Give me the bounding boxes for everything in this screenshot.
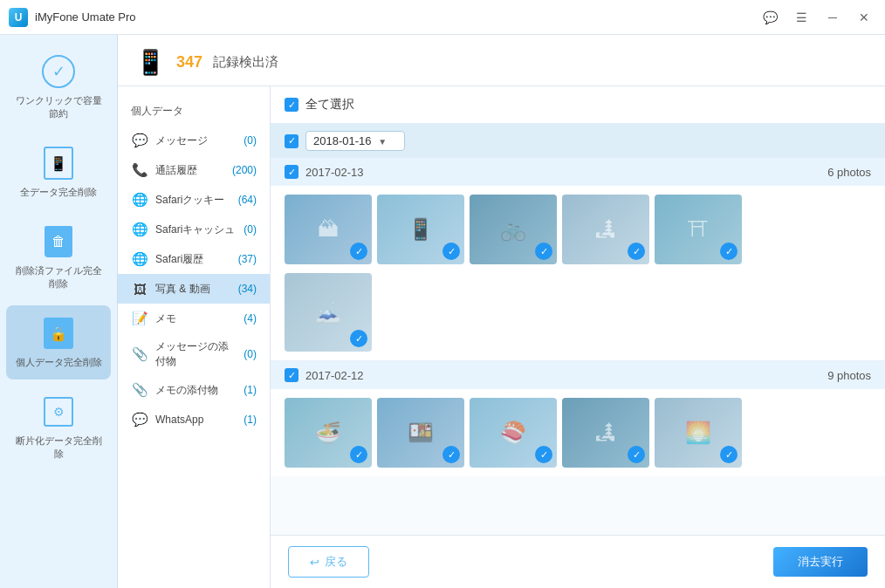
photo-content: ✓ 2018-01-16 ▼ ✓ 2017-02-13 6 photos 🏔 <box>271 124 885 535</box>
minimize-button[interactable]: ─ <box>820 9 845 26</box>
sub-group-0212-date: 2017-02-12 <box>305 369 364 382</box>
sidebar-item-deleted[interactable]: 🗑 削除済ファイル完全削除 <box>6 214 111 301</box>
nav-item-safari-cookie[interactable]: 🌐 Safariクッキー (64) <box>118 185 270 215</box>
app-container: ✓ ワンクリックで容量節約 📱 全データ完全削除 🗑 削除済ファイル完全削除 🔒… <box>0 35 885 588</box>
back-button[interactable]: ↩ 戻る <box>288 546 369 578</box>
select-all-bar: ✓ 全て選択 <box>271 86 885 124</box>
sub-group-header-0212: ✓ 2017-02-12 9 photos <box>271 361 885 389</box>
photo-check-4: ✓ <box>628 243 645 260</box>
content-area: 📱 347 記録検出済 個人データ 💬 メッセージ (0) 📞 通話履歴 (20… <box>118 35 885 588</box>
date-dropdown-2018[interactable]: 2018-01-16 ▼ <box>305 131 405 151</box>
nav-item-message-attach-count: (0) <box>244 348 257 360</box>
photo-check-11: ✓ <box>720 446 738 463</box>
nav-item-memo-label: メモ <box>155 311 237 326</box>
fragment-icon: ⚙ <box>41 394 76 429</box>
sub-group-0213-count: 6 photos <box>827 166 871 179</box>
bottom-bar: ↩ 戻る 消去実行 <box>271 535 885 588</box>
sub-group-header-0213: ✓ 2017-02-13 6 photos <box>271 158 885 186</box>
sidebar-item-fragment[interactable]: ⚙ 断片化データ完全削除 <box>6 384 111 471</box>
safari-cache-icon: 🌐 <box>131 221 148 238</box>
sidebar-item-oneclick[interactable]: ✓ ワンクリックで容量節約 <box>6 44 111 131</box>
nav-item-memo-attach-count: (1) <box>244 384 257 396</box>
photo-check-10: ✓ <box>628 446 645 463</box>
photo-thumb[interactable]: 🚲 ✓ <box>470 195 557 264</box>
nav-panel: 個人データ 💬 メッセージ (0) 📞 通話履歴 (200) 🌐 Safariク… <box>118 86 271 588</box>
sidebar-item-personal[interactable]: 🔒 個人データ完全削除 <box>6 305 111 379</box>
memo-icon: 📝 <box>131 310 148 327</box>
nav-item-safari-cookie-count: (64) <box>238 194 257 206</box>
whatsapp-icon: 💬 <box>131 411 148 428</box>
date-group-2018-checkbox[interactable]: ✓ <box>285 134 298 148</box>
nav-item-calls-count: (200) <box>232 164 257 176</box>
menu-button[interactable]: ☰ <box>789 9 813 26</box>
split-panel: 個人データ 💬 メッセージ (0) 📞 通話履歴 (200) 🌐 Safariク… <box>118 86 885 588</box>
photo-grid-0213: 🏔 ✓ 📱 ✓ 🚲 ✓ 🏞 ✓ <box>271 186 885 273</box>
safari-history-icon: 🌐 <box>131 250 148 268</box>
nav-item-safari-history[interactable]: 🌐 Safari履歴 (37) <box>118 244 270 274</box>
sub-group-0212-checkbox[interactable]: ✓ <box>285 368 298 382</box>
messages-icon: 💬 <box>131 132 148 149</box>
photo-check-6: ✓ <box>350 330 367 347</box>
nav-item-safari-history-count: (37) <box>238 253 257 265</box>
nav-item-safari-history-label: Safari履歴 <box>155 252 231 267</box>
select-all-label: 全て選択 <box>305 97 354 113</box>
photo-thumb[interactable]: 🍜 ✓ <box>285 398 372 468</box>
photo-check-2: ✓ <box>442 243 460 260</box>
photo-check-1: ✓ <box>350 243 367 260</box>
oneclick-icon: ✓ <box>41 54 76 89</box>
nav-item-whatsapp[interactable]: 💬 WhatsApp (1) <box>118 405 270 434</box>
nav-section-title: 個人データ <box>118 99 270 126</box>
photo-grid-0213-extra: 🗻 ✓ <box>271 273 885 360</box>
nav-item-calls[interactable]: 📞 通話履歴 (200) <box>118 155 270 185</box>
nav-item-messages-label: メッセージ <box>155 133 237 148</box>
photo-thumb[interactable]: 🍱 ✓ <box>377 398 464 468</box>
nav-item-memo[interactable]: 📝 メモ (4) <box>118 304 270 333</box>
chat-button[interactable]: 💬 <box>758 9 782 26</box>
photo-thumb[interactable]: 🏔 ✓ <box>285 195 372 264</box>
record-count: 347 <box>176 53 202 72</box>
sidebar-item-alldata[interactable]: 📱 全データ完全削除 <box>6 135 111 209</box>
photo-thumb[interactable]: 🏞 ✓ <box>562 195 649 264</box>
photo-thumb[interactable]: ⛩ ✓ <box>655 195 742 264</box>
nav-item-whatsapp-label: WhatsApp <box>155 414 237 426</box>
nav-item-photos-label: 写真 & 動画 <box>155 282 231 297</box>
safari-cookie-icon: 🌐 <box>131 191 148 209</box>
photo-thumb[interactable]: 🌅 ✓ <box>655 398 742 468</box>
close-button[interactable]: ✕ <box>852 9 876 26</box>
photo-thumb[interactable]: 📱 ✓ <box>377 195 464 264</box>
nav-item-message-attach[interactable]: 📎 メッセージの添付物 (0) <box>118 333 270 375</box>
sidebar-item-oneclick-label: ワンクリックで容量節約 <box>13 94 104 120</box>
nav-item-memo-attach-label: メモの添付物 <box>155 383 237 398</box>
nav-item-messages[interactable]: 💬 メッセージ (0) <box>118 126 270 155</box>
back-arrow-icon: ↩ <box>310 556 319 569</box>
nav-item-photos[interactable]: 🖼 写真 & 動画 (34) <box>118 274 270 304</box>
message-attach-icon: 📎 <box>131 345 148 363</box>
sidebar-item-personal-label: 個人データ完全削除 <box>16 356 102 369</box>
sub-group-0213-checkbox[interactable]: ✓ <box>285 165 298 179</box>
nav-item-whatsapp-count: (1) <box>244 414 257 426</box>
phone-icon: 📱 <box>135 48 166 77</box>
photo-thumb[interactable]: 🏞 ✓ <box>562 398 649 468</box>
erase-button[interactable]: 消去実行 <box>773 547 868 577</box>
photo-check-7: ✓ <box>350 446 367 463</box>
photo-thumb-large[interactable]: 🗻 ✓ <box>285 273 372 352</box>
window-controls: 💬 ☰ ─ ✕ <box>758 9 876 26</box>
deleted-icon: 🗑 <box>41 224 76 259</box>
right-panel: ✓ 全て選択 ✓ 2018-01-16 ▼ ✓ 2017- <box>271 86 885 588</box>
nav-item-safari-cache-label: Safariキャッシュ <box>155 222 237 237</box>
nav-item-safari-cache-count: (0) <box>244 223 257 236</box>
memo-attach-icon: 📎 <box>131 381 148 399</box>
photo-thumb[interactable]: 🍣 ✓ <box>470 398 557 468</box>
sub-group-0213-date: 2017-02-13 <box>305 166 364 179</box>
select-all-checkbox[interactable]: ✓ <box>285 98 298 112</box>
sidebar-item-fragment-label: 断片化データ完全削除 <box>13 434 104 461</box>
nav-item-messages-count: (0) <box>244 134 257 147</box>
alldata-icon: 📱 <box>41 146 76 181</box>
sidebar-item-deleted-label: 削除済ファイル完全削除 <box>13 264 104 291</box>
nav-item-photos-count: (34) <box>238 283 257 295</box>
nav-item-memo-attach[interactable]: 📎 メモの添付物 (1) <box>118 375 270 405</box>
content-header: 📱 347 記録検出済 <box>118 35 885 86</box>
nav-item-safari-cache[interactable]: 🌐 Safariキャッシュ (0) <box>118 215 270 244</box>
nav-item-safari-cookie-label: Safariクッキー <box>155 193 231 208</box>
photo-check-9: ✓ <box>535 446 552 463</box>
